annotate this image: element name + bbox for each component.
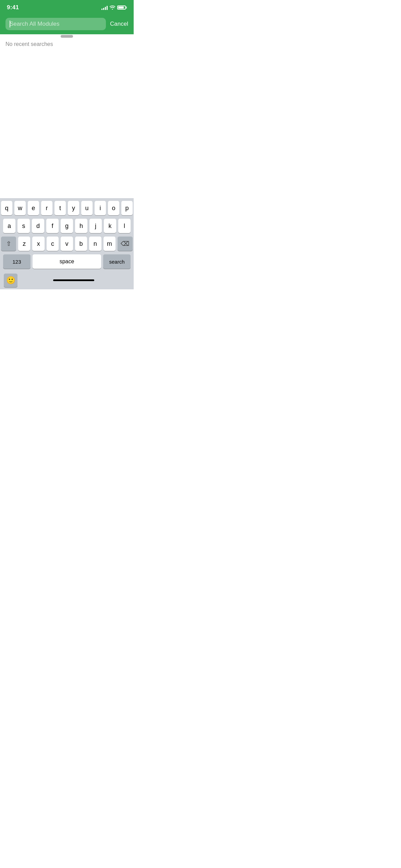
key-q[interactable]: q: [1, 201, 12, 215]
numbers-key[interactable]: 123: [3, 254, 31, 269]
key-u[interactable]: u: [81, 201, 93, 215]
key-z[interactable]: z: [18, 237, 30, 251]
keyboard-row-4: 123 space search: [1, 254, 133, 269]
key-j[interactable]: j: [89, 219, 102, 233]
key-w[interactable]: w: [14, 201, 26, 215]
keyboard-row-2: a s d f g h j k l: [1, 219, 133, 233]
key-i[interactable]: i: [95, 201, 106, 215]
space-key[interactable]: space: [33, 254, 101, 269]
home-indicator: [53, 279, 94, 281]
cancel-button[interactable]: Cancel: [110, 19, 128, 29]
status-bar: 9:41: [0, 0, 134, 15]
key-n[interactable]: n: [89, 237, 101, 251]
key-l[interactable]: l: [118, 219, 131, 233]
key-k[interactable]: k: [104, 219, 116, 233]
keyboard-bottom-extras: 🙂: [1, 272, 133, 288]
signal-icon: [101, 5, 108, 10]
keyboard: q w e r t y u i o p a s d f g h j k l ⇧ …: [0, 198, 134, 289]
key-c[interactable]: c: [47, 237, 59, 251]
search-input[interactable]: [10, 21, 102, 27]
scroll-handle: [61, 35, 73, 38]
text-cursor: [10, 21, 10, 27]
key-d[interactable]: d: [32, 219, 44, 233]
shift-key[interactable]: ⇧: [1, 237, 16, 251]
key-o[interactable]: o: [108, 201, 119, 215]
key-t[interactable]: t: [54, 201, 66, 215]
delete-icon: ⌫: [121, 240, 129, 248]
content-area: No recent searches: [0, 38, 134, 198]
search-header: Cancel: [0, 15, 134, 34]
key-h[interactable]: h: [75, 219, 87, 233]
home-indicator-area: [17, 279, 130, 282]
key-p[interactable]: p: [121, 201, 133, 215]
key-v[interactable]: v: [61, 237, 73, 251]
status-icons: [101, 5, 127, 10]
key-b[interactable]: b: [75, 237, 87, 251]
delete-key[interactable]: ⌫: [118, 237, 133, 251]
key-s[interactable]: s: [17, 219, 30, 233]
wifi-icon: [110, 5, 115, 10]
emoji-icon: 🙂: [6, 276, 15, 285]
key-x[interactable]: x: [32, 237, 44, 251]
key-y[interactable]: y: [68, 201, 79, 215]
key-r[interactable]: r: [41, 201, 52, 215]
battery-icon: [117, 5, 127, 10]
keyboard-row-3: ⇧ z x c v b n m ⌫: [1, 237, 133, 251]
search-key[interactable]: search: [103, 254, 131, 269]
shift-icon: ⇧: [6, 240, 11, 248]
keyboard-row-1: q w e r t y u i o p: [1, 201, 133, 215]
no-recent-searches-label: No recent searches: [5, 41, 53, 47]
key-m[interactable]: m: [104, 237, 116, 251]
search-input-wrapper[interactable]: [5, 18, 106, 30]
key-e[interactable]: e: [28, 201, 39, 215]
emoji-key[interactable]: 🙂: [4, 274, 17, 287]
status-time: 9:41: [7, 4, 19, 11]
key-g[interactable]: g: [61, 219, 73, 233]
key-a[interactable]: a: [3, 219, 15, 233]
scroll-handle-area: [0, 34, 134, 38]
key-f[interactable]: f: [46, 219, 59, 233]
